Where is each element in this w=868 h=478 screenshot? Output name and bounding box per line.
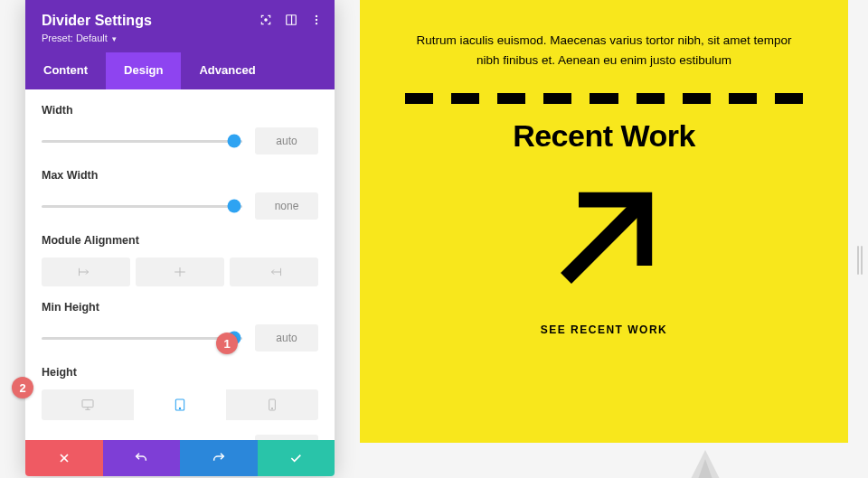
panel-footer bbox=[25, 440, 335, 476]
width-slider[interactable] bbox=[42, 140, 242, 143]
max-width-value[interactable] bbox=[255, 192, 318, 220]
svg-point-18 bbox=[271, 408, 272, 408]
more-icon[interactable] bbox=[309, 13, 324, 27]
device-tablet-button[interactable] bbox=[134, 389, 226, 420]
slider-thumb[interactable] bbox=[228, 200, 241, 213]
svg-line-21 bbox=[566, 205, 639, 278]
redo-button[interactable] bbox=[180, 440, 258, 476]
svg-point-0 bbox=[265, 19, 267, 21]
svg-point-4 bbox=[316, 19, 317, 21]
panel-dock-icon[interactable] bbox=[284, 13, 298, 27]
field-min-height: Min Height bbox=[42, 286, 318, 351]
save-button[interactable] bbox=[258, 440, 335, 476]
arrow-up-right-icon bbox=[541, 177, 667, 304]
preview-canvas: Rutrum iaculis euismod. Maecenas varius … bbox=[360, 0, 848, 443]
field-height: Height bbox=[42, 351, 318, 440]
field-max-width: Max Width bbox=[42, 155, 318, 220]
svg-marker-23 bbox=[683, 459, 728, 478]
resize-handle-icon[interactable] bbox=[857, 246, 863, 275]
max-width-label: Max Width bbox=[42, 169, 318, 182]
svg-point-3 bbox=[316, 15, 317, 17]
annotation-badge-1: 1 bbox=[216, 333, 238, 354]
device-desktop-button[interactable] bbox=[42, 389, 134, 420]
annotation-badge-2: 2 bbox=[12, 377, 33, 398]
align-right-button[interactable] bbox=[230, 258, 318, 286]
alignment-label: Module Alignment bbox=[42, 234, 318, 247]
device-phone-button[interactable] bbox=[226, 389, 318, 420]
svg-rect-12 bbox=[82, 400, 93, 408]
height-label: Height bbox=[42, 366, 318, 379]
min-height-label: Min Height bbox=[42, 301, 318, 314]
slider-thumb[interactable] bbox=[228, 135, 241, 148]
align-center-button[interactable] bbox=[136, 258, 224, 286]
preview-heading: Recent Work bbox=[513, 118, 695, 154]
cancel-button[interactable] bbox=[25, 440, 103, 476]
tab-design[interactable]: Design bbox=[106, 52, 181, 89]
min-height-value[interactable] bbox=[255, 324, 318, 351]
width-value[interactable] bbox=[255, 127, 318, 155]
svg-point-16 bbox=[179, 408, 180, 408]
tab-content[interactable]: Content bbox=[25, 52, 106, 89]
tab-advanced[interactable]: Advanced bbox=[181, 52, 273, 89]
building-image bbox=[651, 450, 760, 478]
panel-preset[interactable]: Preset: Default ▾ bbox=[42, 33, 318, 43]
panel-body: Width Max Width Module Alignment bbox=[25, 89, 335, 440]
field-alignment: Module Alignment bbox=[42, 220, 318, 286]
divider-module[interactable] bbox=[405, 93, 803, 104]
svg-point-5 bbox=[316, 23, 317, 24]
width-label: Width bbox=[42, 104, 318, 117]
panel-header: Divider Settings Preset: Default ▾ bbox=[25, 0, 335, 52]
min-height-slider[interactable] bbox=[42, 337, 242, 340]
caret-down-icon: ▾ bbox=[112, 34, 117, 43]
undo-button[interactable] bbox=[103, 440, 181, 476]
max-width-slider[interactable] bbox=[42, 205, 242, 208]
divider-settings-panel: Divider Settings Preset: Default ▾ Conte… bbox=[25, 0, 335, 476]
tabs: Content Design Advanced bbox=[25, 52, 335, 89]
responsive-device-toggle bbox=[42, 389, 318, 420]
focus-icon[interactable] bbox=[259, 13, 273, 27]
align-left-button[interactable] bbox=[42, 258, 130, 286]
see-recent-work-link[interactable]: SEE RECENT WORK bbox=[541, 323, 668, 336]
preview-paragraph: Rutrum iaculis euismod. Maecenas varius … bbox=[405, 31, 803, 70]
field-width: Width bbox=[42, 89, 318, 155]
